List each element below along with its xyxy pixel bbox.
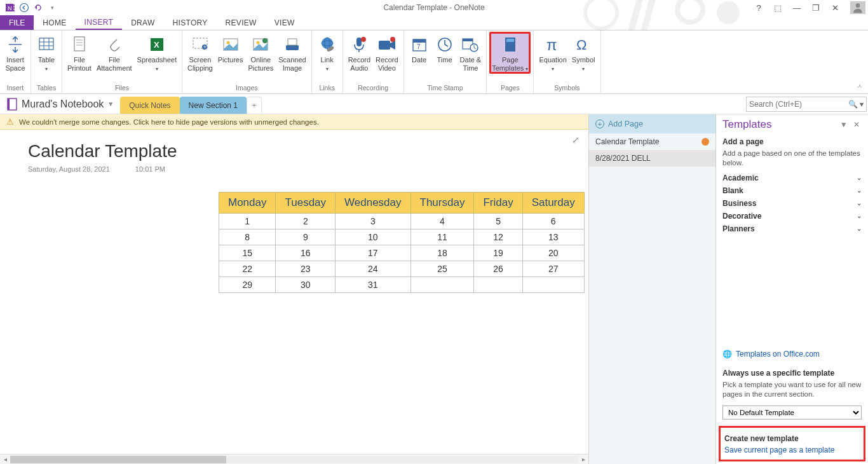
template-category-business[interactable]: Business⌄ <box>722 197 862 210</box>
pane-options-icon[interactable]: ▼ <box>838 120 850 129</box>
templates-office-link[interactable]: 🌐 Templates on Office.com <box>722 346 862 362</box>
save-template-link[interactable]: Save current page as a template <box>724 446 860 454</box>
screen-clipping-button[interactable]: + ScreenClipping <box>185 32 215 72</box>
template-category-blank[interactable]: Blank⌄ <box>722 184 862 197</box>
calendar-cell[interactable]: 3 <box>336 214 410 229</box>
calendar-cell[interactable]: 13 <box>522 229 584 245</box>
page-canvas[interactable]: ⤢ Calendar Template Saturday, August 28,… <box>0 130 588 454</box>
calendar-cell[interactable]: 4 <box>410 214 474 229</box>
help-icon[interactable]: ? <box>751 1 766 14</box>
calendar-cell[interactable]: 10 <box>336 229 410 245</box>
calendar-cell[interactable] <box>474 277 522 293</box>
calendar-cell[interactable]: 1 <box>219 214 276 229</box>
pane-close-icon[interactable]: ✕ <box>851 120 862 129</box>
calendar-cell[interactable]: 22 <box>219 261 276 277</box>
file-tab[interactable]: FILE <box>0 15 34 30</box>
calendar-cell[interactable]: 5 <box>474 214 522 229</box>
scroll-right-icon[interactable]: ▸ <box>578 456 588 463</box>
insert-space-button[interactable]: InsertSpace <box>3 32 28 72</box>
notebook-selector[interactable]: Murad's Notebook ▼ <box>0 94 120 114</box>
table-button[interactable]: Table▾ <box>34 32 59 72</box>
tab-history[interactable]: HISTORY <box>164 15 217 30</box>
calendar-cell[interactable]: 19 <box>474 245 522 261</box>
file-attachment-button[interactable]: FileAttachment <box>94 32 135 72</box>
qat-customize-icon[interactable]: ▾ <box>46 1 58 14</box>
calendar-cell[interactable]: 15 <box>219 245 276 261</box>
page-templates-button[interactable]: PageTemplates ▾ <box>489 32 531 74</box>
restore-icon[interactable]: ❐ <box>808 1 824 14</box>
calendar-cell[interactable]: 9 <box>276 229 336 245</box>
calendar-cell[interactable] <box>522 277 584 293</box>
minimize-icon[interactable]: — <box>789 1 804 14</box>
tab-review[interactable]: REVIEW <box>217 15 266 30</box>
undo-icon[interactable] <box>32 1 44 14</box>
calendar-cell[interactable] <box>410 277 474 293</box>
calendar-cell[interactable]: 16 <box>276 245 336 261</box>
calendar-cell[interactable]: 6 <box>522 214 584 229</box>
page-item-calendar-template[interactable]: Calendar Template <box>589 133 715 150</box>
calendar-cell[interactable]: 11 <box>410 229 474 245</box>
section-tab-new-section[interactable]: New Section 1 <box>180 97 247 114</box>
close-icon[interactable]: ✕ <box>827 1 843 14</box>
equation-button[interactable]: π Equation▾ <box>536 32 569 72</box>
file-printout-button[interactable]: FilePrintout <box>65 32 94 72</box>
scroll-left-icon[interactable]: ◂ <box>0 456 10 463</box>
record-audio-button[interactable]: RecordAudio <box>346 32 373 72</box>
link-button[interactable]: Link▾ <box>315 32 340 72</box>
calendar-cell[interactable]: 17 <box>336 245 410 261</box>
calendar-cell[interactable]: 12 <box>474 229 522 245</box>
user-avatar[interactable] <box>850 1 865 14</box>
tab-home[interactable]: HOME <box>34 15 75 30</box>
tab-draw[interactable]: DRAW <box>122 15 163 30</box>
horizontal-scrollbar[interactable]: ◂ ▸ <box>0 454 588 464</box>
calendar-cell[interactable]: 31 <box>336 277 410 293</box>
calendar-cell[interactable]: 23 <box>276 261 336 277</box>
scroll-track[interactable] <box>10 456 578 463</box>
search-box[interactable]: 🔍 ▾ <box>746 97 867 112</box>
calendar-cell[interactable]: 24 <box>336 261 410 277</box>
pictures-button[interactable]: Pictures <box>215 32 246 64</box>
calendar-cell[interactable]: 8 <box>219 229 276 245</box>
template-category-planners[interactable]: Planners⌄ <box>722 222 862 235</box>
online-pictures-icon <box>250 34 271 55</box>
merge-warning-bar[interactable]: ⚠ We couldn't merge some changes. Click … <box>0 114 588 130</box>
template-category-decorative[interactable]: Decorative⌄ <box>722 210 862 222</box>
calendar-cell[interactable]: 27 <box>522 261 584 277</box>
scanned-image-button[interactable]: ScannedImage <box>276 32 308 72</box>
expand-icon[interactable]: ⤢ <box>572 135 580 145</box>
scroll-thumb[interactable] <box>10 456 226 463</box>
section-tab-quick-notes[interactable]: Quick Notes <box>120 97 179 114</box>
svg-text:7: 7 <box>417 43 421 50</box>
search-input[interactable] <box>749 100 848 109</box>
default-template-select[interactable]: No Default Template <box>722 406 862 420</box>
tab-view[interactable]: VIEW <box>266 15 304 30</box>
calendar-table[interactable]: MondayTuesdayWednesdayThursdayFridaySatu… <box>219 192 585 293</box>
calendar-cell[interactable]: 26 <box>474 261 522 277</box>
back-icon[interactable] <box>18 1 31 14</box>
tab-insert[interactable]: INSERT <box>76 15 123 30</box>
spreadsheet-button[interactable]: X Spreadsheet▾ <box>135 32 179 72</box>
page-item-dell[interactable]: 8/28/2021 DELL <box>589 150 715 167</box>
record-video-button[interactable]: RecordVideo <box>373 32 400 72</box>
calendar-cell[interactable]: 25 <box>410 261 474 277</box>
ribbon-display-icon[interactable]: ⬚ <box>770 1 785 14</box>
add-section-button[interactable]: + <box>247 97 262 114</box>
online-pictures-button[interactable]: OnlinePictures <box>245 32 276 72</box>
collapse-ribbon-icon[interactable]: ㅅ <box>857 82 868 93</box>
calendar-cell[interactable]: 2 <box>276 214 336 229</box>
calendar-cell[interactable]: 30 <box>276 277 336 293</box>
add-page-button[interactable]: + Add Page <box>589 114 715 133</box>
date-button[interactable]: 7 Date <box>407 32 432 64</box>
calendar-cell[interactable]: 20 <box>522 245 584 261</box>
template-category-academic[interactable]: Academic⌄ <box>722 172 862 184</box>
symbol-button[interactable]: Ω Symbol▾ <box>569 32 598 72</box>
svg-rect-1 <box>13 4 15 6</box>
page-title[interactable]: Calendar Template <box>28 141 588 161</box>
calendar-clock-icon <box>460 34 480 55</box>
ribbon-label: Date <box>412 56 426 64</box>
calendar-cell[interactable]: 29 <box>219 277 276 293</box>
calendar-cell[interactable]: 18 <box>410 245 474 261</box>
search-icon[interactable]: 🔍 ▾ <box>848 100 864 109</box>
date-time-button[interactable]: Date &Time <box>458 32 484 72</box>
time-button[interactable]: Time <box>432 32 458 64</box>
